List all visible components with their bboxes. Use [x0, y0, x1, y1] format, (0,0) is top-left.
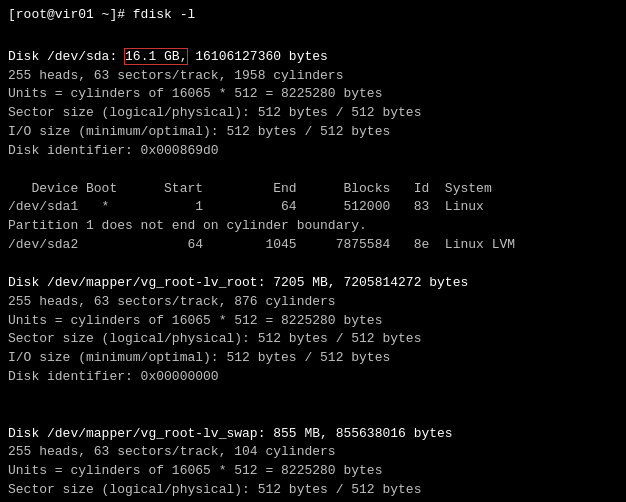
lv-root-heads: 255 heads, 63 sectors/track, 876 cylinde… — [8, 294, 336, 309]
terminal-output: Disk /dev/sda: 16.1 GB, 16106127360 byte… — [8, 29, 618, 502]
blank-4 — [8, 407, 16, 422]
lv-root-units: Units = cylinders of 16065 * 512 = 82252… — [8, 313, 382, 328]
lv-root-identifier: Disk identifier: 0x00000000 — [8, 369, 219, 384]
sda2-row: /dev/sda2 64 1045 7875584 8e Linux LVM — [8, 237, 515, 252]
sda1-row: /dev/sda1 * 1 64 512000 83 Linux — [8, 199, 484, 214]
sda1-warning: Partition 1 does not end on cylinder bou… — [8, 218, 367, 233]
lv-swap-sector-size: Sector size (logical/physical): 512 byte… — [8, 482, 421, 497]
sda-identifier: Disk identifier: 0x000869d0 — [8, 143, 219, 158]
lv-root-disk-line: Disk /dev/mapper/vg_root-lv_root: 7205 M… — [8, 275, 468, 290]
lv-root-io-size: I/O size (minimum/optimal): 512 bytes / … — [8, 350, 390, 365]
partition-table-header: Device Boot Start End Blocks Id System — [8, 181, 492, 196]
sda-units: Units = cylinders of 16065 * 512 = 82252… — [8, 86, 382, 101]
sda-size-highlight: 16.1 GB, — [125, 49, 187, 64]
blank-2 — [8, 256, 16, 271]
blank-1 — [8, 162, 16, 177]
terminal-window: [root@vir01 ~]# fdisk -l Disk /dev/sda: … — [8, 6, 618, 502]
sda-sector-size: Sector size (logical/physical): 512 byte… — [8, 105, 421, 120]
lv-swap-heads: 255 heads, 63 sectors/track, 104 cylinde… — [8, 444, 336, 459]
prompt-line: [root@vir01 ~]# fdisk -l — [8, 6, 618, 25]
lv-swap-units: Units = cylinders of 16065 * 512 = 82252… — [8, 463, 382, 478]
lv-swap-disk-line: Disk /dev/mapper/vg_root-lv_swap: 855 MB… — [8, 426, 453, 441]
sda-disk-line: Disk /dev/sda: 16.1 GB, 16106127360 byte… — [8, 49, 328, 64]
lv-root-sector-size: Sector size (logical/physical): 512 byte… — [8, 331, 421, 346]
blank-3 — [8, 388, 16, 403]
sda-io-size: I/O size (minimum/optimal): 512 bytes / … — [8, 124, 390, 139]
sda-heads: 255 heads, 63 sectors/track, 1958 cylind… — [8, 68, 343, 83]
